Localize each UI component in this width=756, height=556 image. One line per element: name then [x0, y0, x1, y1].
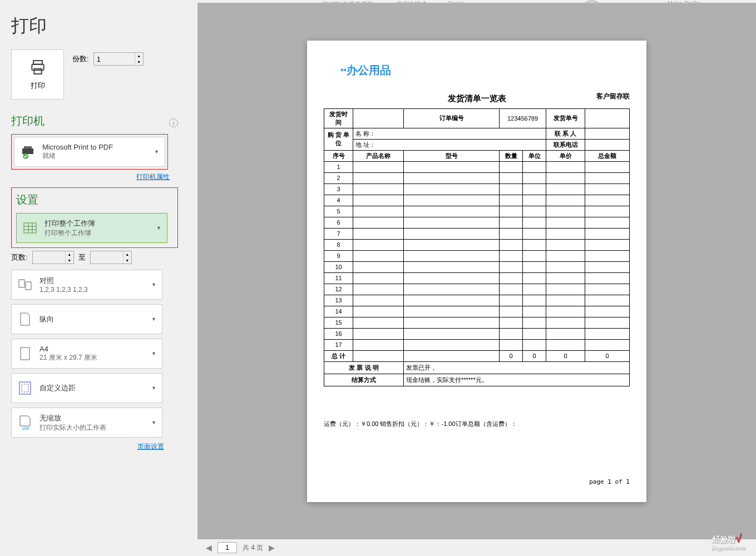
workbook-icon — [22, 220, 38, 236]
printer-status: 就绪 — [42, 151, 113, 161]
watermark: 经验啦√ jingyanla.com — [711, 532, 745, 550]
collate-dropdown[interactable]: 对照 1,2,3 1,2,3 1,2,3 ▼ — [11, 270, 162, 300]
svg-text:100: 100 — [22, 426, 29, 430]
preview-page: **办公用品 发货清单一览表 客户留存联 发货时间 订单编号 123456789… — [307, 41, 646, 502]
copies-up[interactable]: ▲ — [135, 53, 143, 59]
prev-page-button[interactable]: ◀ — [203, 543, 215, 552]
chevron-down-icon: ▼ — [151, 385, 156, 391]
scope-line1: 打印整个工作簿 — [45, 219, 95, 229]
print-scope-dropdown[interactable]: 打印整个工作簿 打印整个工作簿 ▼ — [16, 213, 167, 243]
paper-dropdown[interactable]: A4 21 厘米 x 29.7 厘米 ▼ — [11, 339, 162, 369]
page-title: 打印 — [11, 14, 197, 38]
orientation-dropdown[interactable]: 纵向 ▼ — [11, 304, 162, 334]
doc-title: 发货清单一览表 — [324, 93, 630, 104]
chevron-down-icon: ▼ — [151, 282, 156, 287]
printer-properties-link[interactable]: 打印机属性 — [11, 172, 170, 182]
svg-rect-9 — [24, 223, 36, 233]
doc-logo: **办公用品 — [340, 63, 391, 78]
svg-rect-7 — [24, 146, 32, 148]
page-number-input[interactable] — [218, 542, 237, 553]
printer-highlight-box: Microsoft Print to PDF 就绪 ▼ — [11, 134, 168, 170]
scaling-icon: 100 — [17, 415, 33, 430]
svg-rect-18 — [22, 384, 28, 392]
paper-icon — [17, 346, 33, 361]
settings-section-title: 设置 — [16, 192, 173, 207]
margins-icon — [17, 380, 33, 396]
printer-dropdown[interactable]: Microsoft Print to PDF 就绪 ▼ — [14, 137, 165, 167]
pages-to-input[interactable]: ▲▼ — [90, 251, 132, 264]
doc-subtitle: 客户留存联 — [596, 92, 630, 101]
doc-footer-note: 运费（元）：￥0.00 销售折扣（元）：￥：-1.00订单总额（含运费）： — [324, 420, 630, 428]
pages-from-input[interactable]: ▲▼ — [32, 251, 74, 264]
print-button[interactable]: 打印 — [11, 49, 64, 100]
svg-rect-16 — [21, 348, 29, 360]
page-count-label: 共 4 页 — [243, 543, 263, 553]
chevron-down-icon: ▼ — [154, 149, 159, 155]
page-indicator: page 1 of 1 — [589, 478, 630, 485]
next-page-button[interactable]: ▶ — [266, 543, 278, 552]
doc-table: 发货时间 订单编号 123456789 发货单号 购 货 单位 名 称： 联 系… — [324, 108, 630, 386]
svg-rect-3 — [33, 61, 42, 64]
copies-input[interactable]: 1 ▲ ▼ — [93, 52, 144, 66]
page-setup-link[interactable]: 页面设置 — [11, 442, 164, 451]
portrait-icon — [17, 311, 33, 327]
printer-status-icon — [20, 144, 36, 160]
chevron-down-icon: ▼ — [151, 351, 156, 356]
collate-icon — [17, 277, 33, 292]
copies-label: 份数: — [72, 54, 89, 64]
svg-rect-14 — [19, 280, 24, 287]
margins-dropdown[interactable]: 自定义边距 ▼ — [11, 373, 162, 403]
chevron-down-icon: ▼ — [151, 420, 156, 425]
scope-line2: 打印整个工作簿 — [45, 229, 95, 238]
print-settings-panel: 打印 打印 份数: 1 ▲ ▼ — [0, 3, 197, 556]
svg-rect-6 — [22, 148, 33, 154]
svg-rect-15 — [26, 282, 31, 290]
pages-to-label: 至 — [78, 252, 86, 262]
print-preview-area: **办公用品 发货清单一览表 客户留存联 发货时间 订单编号 123456789… — [197, 3, 756, 539]
printer-name: Microsoft Print to PDF — [42, 143, 113, 151]
printer-icon — [29, 58, 47, 76]
print-button-label: 打印 — [31, 81, 45, 91]
settings-highlight-box: 设置 打印整个工作簿 打印整个工作簿 ▼ — [11, 187, 178, 248]
svg-rect-5 — [34, 69, 41, 74]
preview-nav-bar: ◀ 共 4 页 ▶ — [197, 539, 756, 556]
chevron-down-icon: ▼ — [156, 225, 161, 231]
chevron-down-icon: ▼ — [151, 316, 156, 322]
info-icon[interactable]: i — [169, 118, 178, 127]
copies-down[interactable]: ▼ — [135, 59, 143, 65]
svg-rect-17 — [19, 382, 31, 394]
pages-label: 页数: — [11, 252, 28, 262]
scaling-dropdown[interactable]: 100 无缩放 打印实际大小的工作表 ▼ — [11, 408, 162, 438]
